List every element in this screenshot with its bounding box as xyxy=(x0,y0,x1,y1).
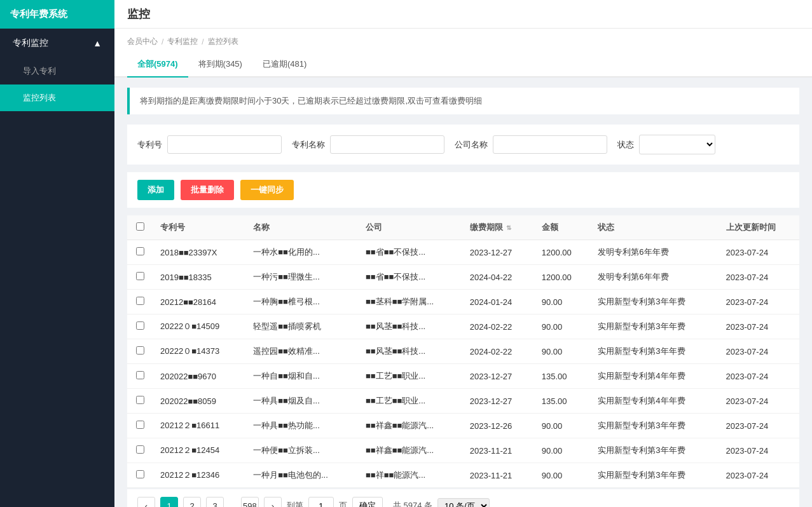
row-company-5: ■■工艺■■职业... xyxy=(358,364,462,389)
row-status-7: 实用新型专利第3年年费 xyxy=(590,414,718,438)
row-select-2[interactable] xyxy=(136,297,144,305)
row-checkbox-3 xyxy=(127,314,153,339)
row-select-9[interactable] xyxy=(136,470,144,478)
page-btn-last[interactable]: 598 xyxy=(241,497,259,507)
table-row[interactable]: 20212■■28164 一种胸■■椎弓根... ■■茎科■■学附属... 20… xyxy=(127,290,799,314)
table-row[interactable]: 20212２■12454 一种便■■立拆装... ■■祥鑫■■能源汽... 20… xyxy=(127,438,799,463)
page-btn-2[interactable]: 2 xyxy=(183,497,201,507)
table-row[interactable]: 2019■■18335 一种污■■理微生... ■■省■■不保技... 2024… xyxy=(127,265,799,290)
row-due-date-4: 2024-02-22 xyxy=(462,339,534,364)
table-row[interactable]: 202022■■8059 一种具■■烟及自... ■■工艺■■职业... 202… xyxy=(127,389,799,414)
prev-page-button[interactable]: ‹ xyxy=(137,497,155,507)
table-row[interactable]: 20222０■14509 轻型遥■■插喷雾机 ■■风茎■■科技... 2024-… xyxy=(127,314,799,339)
sidebar-item-monitor-list[interactable]: 监控列表 xyxy=(0,84,114,111)
row-last-update-6: 2023-07-24 xyxy=(719,389,799,414)
breadcrumb-item-0: 会员中心 xyxy=(127,36,158,47)
row-select-3[interactable] xyxy=(136,321,144,330)
company-input[interactable] xyxy=(493,135,607,154)
row-amount-9: 90.00 xyxy=(534,463,591,488)
table-row[interactable]: 2018■■23397X 一种水■■化用的... ■■省■■不保技... 202… xyxy=(127,240,799,265)
row-status-3: 实用新型专利第3年年费 xyxy=(590,314,718,339)
goto-label: 到第 xyxy=(287,500,303,507)
row-patent-no-9: 20212２■12346 xyxy=(153,463,245,488)
row-status-2: 实用新型专利第3年年费 xyxy=(590,290,718,314)
breadcrumb-item-2: 监控列表 xyxy=(208,36,238,47)
goto-input[interactable] xyxy=(308,497,334,507)
row-name-5: 一种自■■烟和自... xyxy=(245,364,358,389)
row-last-update-1: 2023-07-24 xyxy=(719,265,799,290)
add-button[interactable]: 添加 xyxy=(137,180,174,200)
patent-table: 专利号 名称 公司 缴费期限 ⇅ 金额 状态 上次更新时间 xyxy=(127,215,799,488)
row-company-4: ■■风茎■■科技... xyxy=(358,339,462,364)
status-select[interactable] xyxy=(639,135,715,154)
sidebar-item-patent-monitor[interactable]: 专利监控 ▲ xyxy=(0,29,114,58)
table-row[interactable]: 202022■■9670 一种自■■烟和自... ■■工艺■■职业... 202… xyxy=(127,364,799,389)
main-content: 监控 会员中心 / 专利监控 / 监控列表 全部(5974) 将到期(345) … xyxy=(114,0,812,507)
page-btn-3[interactable]: 3 xyxy=(206,497,224,507)
th-status: 状态 xyxy=(590,215,718,240)
row-due-date-5: 2023-12-27 xyxy=(462,364,534,389)
row-select-4[interactable] xyxy=(136,346,144,355)
select-all-checkbox[interactable] xyxy=(136,222,144,231)
next-page-button[interactable]: › xyxy=(264,497,282,507)
th-patent-no: 专利号 xyxy=(153,215,245,240)
row-select-1[interactable] xyxy=(136,272,144,280)
row-amount-4: 90.00 xyxy=(534,339,591,364)
per-page-select[interactable]: 10 条/页 20 条/页 50 条/页 xyxy=(437,498,490,508)
th-due-date[interactable]: 缴费期限 ⇅ xyxy=(462,215,534,240)
row-name-4: 遥控园■■效精准... xyxy=(245,339,358,364)
table-row[interactable]: 20212２■16611 一种具■■热功能... ■■祥鑫■■能源汽... 20… xyxy=(127,414,799,438)
row-checkbox-5 xyxy=(127,364,153,389)
patent-name-input[interactable] xyxy=(330,135,444,154)
row-company-7: ■■祥鑫■■能源汽... xyxy=(358,414,462,438)
sidebar-item-import[interactable]: 导入专利 xyxy=(0,58,114,84)
row-checkbox-8 xyxy=(127,438,153,463)
row-select-5[interactable] xyxy=(136,371,144,379)
page-btn-1[interactable]: 1 xyxy=(160,497,178,507)
row-last-update-5: 2023-07-24 xyxy=(719,364,799,389)
row-amount-2: 90.00 xyxy=(534,290,591,314)
tab-overdue[interactable]: 已逾期(481) xyxy=(252,52,317,78)
row-select-7[interactable] xyxy=(136,421,144,429)
search-patent-name: 专利名称 xyxy=(292,135,444,154)
patent-name-label: 专利名称 xyxy=(292,139,325,151)
goto-confirm-button[interactable]: 确定 xyxy=(352,497,383,507)
row-select-0[interactable] xyxy=(136,247,144,255)
row-patent-no-2: 20212■■28164 xyxy=(153,290,245,314)
sync-button[interactable]: 一键同步 xyxy=(240,180,294,200)
page-unit: 页 xyxy=(339,500,347,507)
search-status: 状态 xyxy=(617,135,715,154)
row-due-date-6: 2023-12-27 xyxy=(462,389,534,414)
th-amount: 金额 xyxy=(534,215,591,240)
search-company: 公司名称 xyxy=(455,135,607,154)
table-row[interactable]: 20212２■12346 一种月■■电池包的... ■■祥■■能源汽... 20… xyxy=(127,463,799,488)
tabs: 全部(5974) 将到期(345) 已逾期(481) xyxy=(114,52,812,78)
th-due-date-label: 缴费期限 xyxy=(470,222,503,232)
row-name-2: 一种胸■■椎弓根... xyxy=(245,290,358,314)
row-last-update-2: 2023-07-24 xyxy=(719,290,799,314)
row-last-update-7: 2023-07-24 xyxy=(719,414,799,438)
row-patent-no-7: 20212２■16611 xyxy=(153,414,245,438)
row-name-0: 一种水■■化用的... xyxy=(245,240,358,265)
row-due-date-7: 2023-12-26 xyxy=(462,414,534,438)
notice-bar: 将到期指的是距离缴费期限时间小于30天，已逾期表示已经超过缴费期限,双击可查看缴… xyxy=(127,88,799,114)
row-checkbox-4 xyxy=(127,339,153,364)
row-due-date-8: 2023-11-21 xyxy=(462,438,534,463)
sidebar-logo: 专利年费系统 xyxy=(0,0,114,29)
row-name-3: 轻型遥■■插喷雾机 xyxy=(245,314,358,339)
row-select-6[interactable] xyxy=(136,396,144,404)
row-last-update-4: 2023-07-24 xyxy=(719,339,799,364)
row-amount-5: 135.00 xyxy=(534,364,591,389)
row-select-8[interactable] xyxy=(136,445,144,454)
content-area: 将到期指的是距离缴费期限时间小于30天，已逾期表示已经超过缴费期限,双击可查看缴… xyxy=(114,78,812,507)
table-row[interactable]: 20222０■14373 遥控园■■效精准... ■■风茎■■科技... 202… xyxy=(127,339,799,364)
batch-delete-button[interactable]: 批量删除 xyxy=(181,180,234,200)
tab-expiring[interactable]: 将到期(345) xyxy=(188,52,252,78)
row-amount-6: 135.00 xyxy=(534,389,591,414)
row-amount-3: 90.00 xyxy=(534,314,591,339)
row-status-4: 实用新型专利第3年年费 xyxy=(590,339,718,364)
tab-all[interactable]: 全部(5974) xyxy=(127,52,188,78)
patent-no-input[interactable] xyxy=(167,135,282,154)
row-status-8: 实用新型专利第3年年费 xyxy=(590,438,718,463)
row-checkbox-1 xyxy=(127,265,153,290)
